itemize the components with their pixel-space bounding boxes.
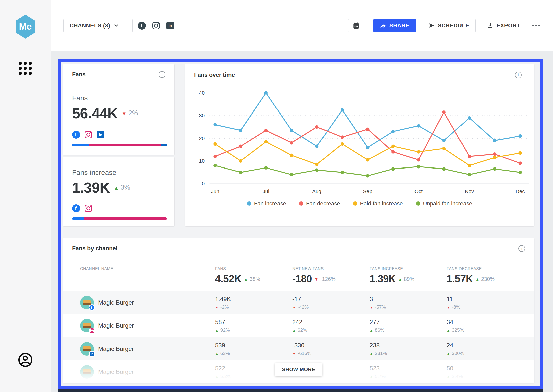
channel-name: Magic Burger — [98, 322, 134, 329]
legend-dot — [299, 201, 303, 206]
stat-networks — [72, 204, 167, 212]
legend-dot — [247, 201, 251, 206]
stat-label: Fans — [72, 94, 167, 102]
delta-percent: 231% — [375, 351, 387, 356]
facebook-share-segment — [72, 217, 84, 220]
apps-grid-icon[interactable] — [19, 62, 32, 75]
channel-cell: Magic Burger — [80, 342, 215, 356]
share-button[interactable]: SHARE — [373, 19, 416, 32]
column-header-channel-name: CHANNEL NAME — [80, 267, 215, 271]
download-icon — [487, 22, 494, 29]
column-header: FANS4.52K▲38% — [215, 267, 292, 285]
delta-percent: 62% — [298, 327, 307, 333]
delta-percent: 2% — [128, 109, 138, 117]
stat-delta: ▼2% — [122, 109, 138, 117]
app-window: Me CHANNELS (3) — [0, 0, 553, 392]
legend-item[interactable]: Fan decrease — [299, 200, 340, 207]
fans-over-time-chart: 403020100JunJulAugSepOctNovDec — [185, 82, 534, 199]
topbar: CHANNELS (3) — [51, 0, 553, 51]
fans-card: Fans Fans 56.44K ▼2% — [63, 64, 174, 155]
svg-text:20: 20 — [199, 135, 205, 141]
delta-percent: 325% — [452, 327, 464, 333]
legend-item[interactable]: Paid fan increase — [353, 200, 403, 207]
facebook-icon[interactable] — [138, 22, 146, 30]
column-total-value: 4.52K — [215, 273, 241, 285]
facebook-share-segment — [72, 144, 89, 146]
metric-delta: ▲62% — [292, 327, 307, 333]
metric-cell: 238▲231% — [370, 342, 447, 356]
legend-label: Fan decrease — [306, 200, 340, 207]
up-triangle-icon: ▲ — [370, 352, 373, 355]
up-triangle-icon: ▲ — [447, 329, 450, 332]
metric-value: 539 — [215, 342, 292, 349]
delta-percent: -57% — [375, 304, 386, 310]
delta-percent: 3% — [121, 184, 130, 191]
column-total: -180▼-126% — [292, 273, 370, 285]
date-range-button[interactable] — [348, 19, 364, 32]
metric-cell: 50▲2.4% — [447, 365, 534, 379]
legend-dot — [416, 201, 420, 206]
delta-percent: 5.2% — [220, 374, 231, 379]
delta-percent: 92% — [220, 327, 230, 333]
metric-delta: ▲5.7% — [370, 374, 386, 379]
instagram-icon[interactable] — [152, 22, 160, 29]
legend-item[interactable]: Unpaid fan increase — [416, 200, 472, 207]
info-icon[interactable] — [159, 71, 165, 78]
channels-dropdown[interactable]: CHANNELS (3) — [63, 19, 125, 32]
metric-value: 34 — [447, 319, 534, 326]
column-label: FANS INCREASE — [370, 267, 447, 271]
account-icon[interactable] — [17, 352, 33, 369]
metric-delta: ▲231% — [370, 351, 387, 356]
delta-percent: -616% — [298, 351, 311, 356]
up-triangle-icon: ▲ — [292, 329, 296, 332]
metric-value: 1.49K — [215, 296, 292, 303]
stat-label: Fans increase — [72, 169, 167, 177]
channel-network-badge — [89, 351, 95, 357]
calendar-icon — [352, 22, 360, 30]
channel-avatar — [80, 342, 94, 356]
metric-cell: 523▲5.7% — [370, 365, 447, 379]
table-row: Magic Burger1.49K▼-2%-17▼-42%3▼-57%11▼-8… — [63, 291, 534, 314]
legend-item[interactable]: Fan increase — [247, 200, 286, 207]
more-options-button[interactable] — [531, 22, 542, 29]
info-icon[interactable] — [518, 245, 525, 252]
svg-text:0: 0 — [202, 181, 205, 186]
down-triangle-icon: ▼ — [447, 306, 450, 309]
svg-text:Nov: Nov — [465, 189, 474, 194]
delta-percent: -2% — [220, 304, 229, 310]
metric-value: 238 — [370, 342, 447, 349]
info-icon[interactable] — [515, 72, 522, 78]
delta-percent: 89% — [404, 276, 414, 282]
show-more-button[interactable]: SHOW MORE — [275, 363, 322, 376]
column-total-value: 1.57K — [447, 273, 473, 285]
up-triangle-icon: ▲ — [114, 185, 119, 190]
export-button-label: EXPORT — [497, 22, 520, 29]
linkedin-icon[interactable] — [166, 22, 174, 29]
metric-delta: ▼-8% — [447, 304, 460, 310]
metric-delta: ▲92% — [215, 327, 230, 333]
channel-cell: Magic Burger — [80, 365, 215, 379]
delta-percent: 300% — [452, 351, 464, 356]
table-header-row: CHANNEL NAME FANS4.52K▲38%NET NEW FANS-1… — [63, 258, 534, 291]
linkedin-icon — [90, 352, 94, 356]
instagram-icon — [85, 205, 92, 212]
app-logo[interactable]: Me — [15, 15, 36, 39]
table-row: Magic Burger539▲63%-330▼-616%238▲231%24▲… — [63, 337, 534, 360]
channel-name: Magic Burger — [98, 368, 134, 375]
export-button[interactable]: EXPORT — [481, 19, 526, 32]
chart-title: Fans over time — [194, 72, 235, 78]
schedule-button[interactable]: SCHEDULE — [422, 19, 476, 32]
down-triangle-icon: ▼ — [314, 277, 318, 282]
svg-text:Dec: Dec — [516, 189, 525, 194]
column-total-value: 1.39K — [370, 273, 396, 285]
metric-value: 242 — [292, 319, 370, 326]
up-triangle-icon: ▲ — [244, 277, 248, 282]
channel-avatar — [80, 296, 94, 309]
svg-text:Aug: Aug — [312, 189, 321, 194]
metric-cell: 3▼-57% — [370, 296, 447, 310]
fans-by-channel-card: Fans by channel CHANNEL NAME FANS4.52K▲3… — [63, 238, 534, 383]
metric-delta: ▼-42% — [292, 304, 309, 310]
linkedin-icon — [97, 131, 104, 138]
down-triangle-icon: ▼ — [292, 352, 296, 355]
channel-cell: Magic Burger — [80, 296, 215, 309]
